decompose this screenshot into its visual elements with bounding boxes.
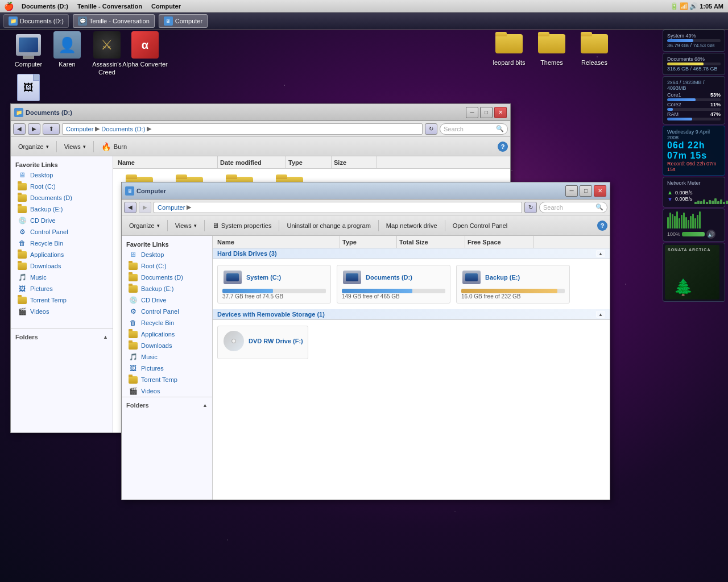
sidebar-link-music[interactable]: 🎵 Music (11, 272, 113, 283)
hdd-section-header[interactable]: Hard Disk Drives (3) ▲ (213, 248, 610, 259)
desktop-icon-leopard-bits[interactable]: leopard bits (486, 30, 532, 66)
documents-d-hdd (343, 271, 361, 284)
computer-col-free[interactable]: Free Space (465, 236, 533, 248)
computer-col-total[interactable]: Total Size (397, 236, 465, 248)
documents-up-btn[interactable]: ⬆ (43, 123, 60, 135)
organize-btn[interactable]: Organize ▾ (13, 139, 54, 154)
sidebar-link-applications[interactable]: Applications (11, 249, 113, 260)
map-drive-btn[interactable]: Map network drive (381, 218, 442, 233)
desktop-icon-karen[interactable]: 👤 Karen (44, 31, 90, 68)
documents-help-btn[interactable]: ? (498, 142, 508, 152)
folders-label: Folders (15, 334, 38, 340)
menubar-documents[interactable]: Documents (D:) (17, 0, 73, 13)
computer-path-computer[interactable]: Computer (158, 204, 185, 211)
computer-col-name[interactable]: Name (215, 236, 340, 248)
computer-sidebar-apps[interactable]: Applications (122, 329, 212, 340)
computer-sidebar-desktop[interactable]: 🖥 Desktop (122, 249, 212, 260)
computer-sidebar-dl[interactable]: Downloads (122, 340, 212, 351)
computer-root-icon (129, 263, 138, 270)
computer-help-btn[interactable]: ? (597, 221, 607, 231)
sidebar-link-backup[interactable]: Backup (E:) (11, 203, 113, 215)
documents-refresh-btn[interactable]: ↻ (425, 123, 437, 135)
sidebar-link-videos[interactable]: 🎬 Videos (11, 306, 113, 317)
computer-folders-title[interactable]: Folders ▲ (122, 400, 212, 411)
menubar-computer[interactable]: Computer (147, 0, 185, 13)
apple-menu[interactable]: 🍎 (0, 2, 17, 11)
drive-system-c[interactable]: System (C:) 37.7 GB free of 74.5 GB (217, 265, 331, 304)
documents-titlebar[interactable]: 📁 Documents (D:) ─ □ ✕ (11, 104, 510, 121)
ram-label: RAM (667, 111, 679, 117)
path-documents[interactable]: Documents (D:) (101, 126, 145, 132)
documents-back-btn[interactable]: ◀ (13, 123, 26, 135)
removable-scroll-btn[interactable]: ▲ (596, 311, 605, 318)
views-btn[interactable]: Views ▾ (59, 139, 91, 154)
computer-minimize-btn[interactable]: ─ (565, 185, 578, 197)
computer-col-type[interactable]: Type (340, 236, 397, 248)
desktop-icon-themes[interactable]: Themes (529, 30, 574, 66)
computer-refresh-btn[interactable]: ↻ (524, 202, 537, 213)
col-name[interactable]: Name (115, 156, 218, 168)
taskbar-item-computer[interactable]: 🖥 Computer (159, 14, 208, 28)
burn-btn[interactable]: 🔥 Burn (96, 139, 132, 154)
computer-organize-btn[interactable]: Organize ▾ (124, 218, 165, 233)
sidebar-link-controlpanel[interactable]: ⚙ Control Panel (11, 226, 113, 238)
volume-icon: 🔊 (689, 2, 697, 10)
ram-value: 47% (710, 111, 721, 117)
computer-forward-btn[interactable]: ▶ (139, 202, 151, 213)
hdd-scroll-btn[interactable]: ▲ (596, 250, 605, 257)
documents-address-path[interactable]: Computer ▶ Documents (D:) ▶ (62, 123, 423, 135)
sidebar-link-documents[interactable]: Documents (D) (11, 192, 113, 203)
computer-search-box[interactable]: Search 🔍 (539, 202, 607, 213)
folders-title[interactable]: Folders ▲ (11, 331, 113, 343)
sidebar-link-root[interactable]: Root (C:) (11, 181, 113, 192)
computer-back-btn[interactable]: ◀ (124, 202, 136, 213)
system-properties-btn[interactable]: 🖥 System properties (207, 218, 277, 233)
documents-maximize-btn[interactable]: □ (480, 107, 493, 118)
taskbar-item-documents[interactable]: 📁 Documents (D:) (3, 14, 69, 28)
desktop-icon-releases[interactable]: Releases (572, 30, 617, 66)
uninstall-btn[interactable]: Uninstall or change a program (282, 218, 375, 233)
computer-views-btn[interactable]: Views ▾ (170, 218, 202, 233)
desktop-icon-alpha[interactable]: α Alpha Converter (122, 31, 168, 68)
computer-sidebar-pictures[interactable]: 🖼 Pictures (122, 363, 212, 374)
control-panel-btn[interactable]: Open Control Panel (448, 218, 513, 233)
documents-close-btn[interactable]: ✕ (494, 107, 507, 118)
computer-sidebar-videos[interactable]: 🎬 Videos (122, 385, 212, 397)
computer-sidebar-root[interactable]: Root (C:) (122, 260, 212, 272)
sidebar-link-torrent[interactable]: Torrent Temp (11, 294, 113, 306)
computer-sidebar-cd[interactable]: 💿 CD Drive (122, 294, 212, 306)
backup-folder-icon (18, 206, 27, 213)
computer-sidebar-documents[interactable]: Documents (D) (122, 272, 212, 283)
drive-documents-d[interactable]: Documents (D:) 149 GB free of 465 GB (337, 265, 450, 304)
computer-maximize-btn[interactable]: □ (580, 185, 592, 197)
cpu-widget: 2x64 / 1923MB / 4093MB Core1 53% Core2 1… (663, 76, 725, 124)
computer-sidebar-music[interactable]: 🎵 Music (122, 351, 212, 363)
system-title: System 49% (667, 33, 696, 39)
drive-backup-e[interactable]: Backup (E:) 16.0 GB free of 232 GB (456, 265, 570, 304)
computer-sidebar-rb[interactable]: 🗑 Recycle Bin (122, 317, 212, 329)
computer-titlebar[interactable]: 🖥 Computer ─ □ ✕ (122, 182, 610, 199)
col-type[interactable]: Type (286, 156, 332, 168)
computer-window-controls: ─ □ ✕ (565, 185, 606, 197)
computer-sidebar-cp[interactable]: ⚙ Control Panel (122, 306, 212, 317)
computer-sidebar-torrent[interactable]: Torrent Temp (122, 374, 212, 385)
menubar-tenille[interactable]: Tenille - Conversation (73, 0, 147, 13)
removable-section-header[interactable]: Devices with Removable Storage (1) ▲ (213, 309, 610, 320)
sidebar-link-pictures[interactable]: 🖼 Pictures (11, 283, 113, 294)
drive-dvd-f[interactable]: DVD RW Drive (F:) (217, 326, 308, 359)
computer-close-btn[interactable]: ✕ (594, 185, 606, 197)
computer-sidebar-backup[interactable]: Backup (E:) (122, 283, 212, 294)
sidebar-link-downloads[interactable]: Downloads (11, 260, 113, 272)
sidebar-link-desktop[interactable]: 🖥 Desktop (11, 169, 113, 181)
col-size[interactable]: Size (332, 156, 377, 168)
path-computer[interactable]: Computer (66, 126, 93, 132)
sidebar-link-recyclebin[interactable]: 🗑 Recycle Bin (11, 238, 113, 249)
ram-row: RAM 47% (667, 111, 721, 117)
documents-forward-btn[interactable]: ▶ (28, 123, 40, 135)
documents-search-box[interactable]: Search 🔍 (440, 123, 508, 135)
sidebar-link-cddrive[interactable]: 💿 CD Drive (11, 215, 113, 226)
computer-address-path[interactable]: Computer ▶ (154, 202, 522, 213)
documents-minimize-btn[interactable]: ─ (466, 107, 478, 118)
taskbar-item-tenille[interactable]: 💬 Tenille - Conversation (73, 14, 155, 28)
col-date[interactable]: Date modified (218, 156, 286, 168)
